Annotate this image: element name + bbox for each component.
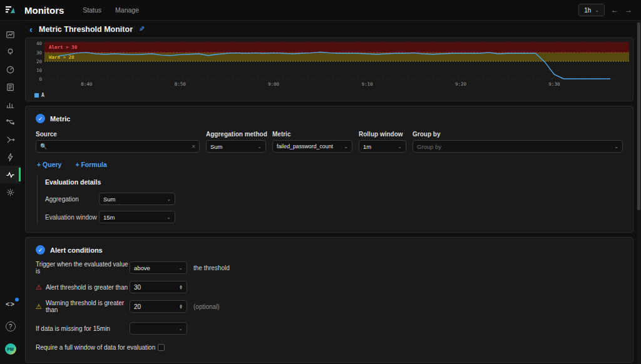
warning-threshold-input[interactable]: ▲▼ [130, 300, 187, 313]
chevron-down-icon: ⌄ [167, 196, 171, 202]
chevron-down-icon: ⌄ [614, 144, 618, 149]
scrollbar-thumb[interactable] [637, 23, 640, 210]
chevron-down-icon: ⌄ [178, 265, 183, 271]
eval-aggregation-select[interactable]: Sum ⌄ [99, 193, 175, 205]
eval-aggregation-label: Aggregation [45, 196, 99, 203]
metric-select[interactable]: failed_password_count ⌄ [272, 140, 352, 153]
metric-section: ✓ Metric Source 🔍 × Aggregation method S… [25, 106, 633, 233]
sidebar-item-profile[interactable]: PM [0, 340, 21, 358]
sidebar-item-settings[interactable] [0, 183, 21, 201]
dashboard-icon [6, 30, 15, 39]
sidebar-item-dashboards[interactable] [0, 26, 21, 43]
trigger-label: Trigger when the evaluated value is [36, 261, 130, 275]
sidebar-item-processors[interactable] [0, 131, 21, 148]
series-a-label[interactable]: A [41, 93, 44, 98]
trigger-select[interactable]: above ⌄ [130, 261, 187, 274]
chevron-down-icon: ⌄ [257, 144, 262, 149]
alert-threshold-label: Alert threshold is greater than [46, 284, 128, 291]
top-nav: Status Manage [83, 6, 139, 14]
chart-legend: A [28, 92, 628, 99]
metric-section-title: Metric [50, 115, 70, 123]
notification-dot [15, 298, 19, 301]
warning-threshold-value[interactable] [134, 303, 165, 310]
sidebar-item-metrics[interactable] [0, 96, 21, 113]
threshold-chart: 0102030408:408:509:009:109:209:30Alert >… [28, 40, 632, 89]
full-window-label: Require a full window of data for evalua… [36, 344, 155, 351]
alert-section-title: Alert conditions [50, 246, 103, 254]
sidebar-item-help[interactable]: ? [0, 318, 21, 335]
time-range-select[interactable]: 1h ⌄ [578, 4, 605, 16]
sidebar-item-insights[interactable] [0, 43, 21, 61]
source-search-input[interactable]: 🔍 × [36, 140, 200, 153]
check-circle-icon: ✓ [36, 114, 45, 123]
sidebar-item-monitors[interactable] [0, 166, 21, 183]
svg-text:8:40: 8:40 [81, 81, 93, 87]
threshold-chart-card: 0102030408:408:509:009:109:209:30Alert >… [25, 38, 633, 101]
chevron-down-icon: ⌄ [595, 8, 599, 13]
search-icon: 🔍 [40, 143, 47, 149]
lightbulb-icon [6, 48, 15, 57]
groupby-select[interactable]: Group by ⌄ [413, 140, 623, 153]
left-sidebar: <> ? PM [0, 21, 21, 364]
top-bar: Monitors Status Manage 1h ⌄ ← → [0, 0, 641, 21]
rollup-window-select[interactable]: 1m ⌄ [359, 140, 406, 153]
nav-status[interactable]: Status [83, 6, 101, 14]
code-brackets-icon: <> [6, 300, 15, 308]
logs-icon [6, 83, 15, 92]
full-window-checkbox[interactable] [158, 344, 165, 351]
series-a-swatch[interactable] [34, 93, 39, 98]
eval-window-select[interactable]: 15m ⌄ [99, 211, 175, 223]
nav-manage[interactable]: Manage [115, 6, 139, 14]
sidebar-item-actions[interactable] [0, 148, 21, 166]
missing-data-select[interactable]: ⌄ [130, 322, 187, 335]
metric-value: failed_password_count [277, 143, 333, 149]
svg-text:10: 10 [36, 68, 43, 73]
main-content: ‹ Metric Threshold Monitor ✎ 0102030408:… [21, 21, 641, 364]
help-icon: ? [6, 321, 16, 331]
scrollbar [637, 21, 641, 364]
svg-text:9:30: 9:30 [548, 81, 560, 87]
chevron-down-icon: ⌄ [178, 326, 183, 331]
edit-pencil-icon[interactable]: ✎ [139, 25, 145, 33]
add-formula-button[interactable]: + Formula [75, 161, 106, 168]
pipeline-icon [6, 118, 15, 127]
time-back-icon[interactable]: ← [611, 6, 618, 14]
activity-pulse-icon [6, 170, 15, 179]
svg-text:9:20: 9:20 [455, 81, 467, 87]
sidebar-item-api[interactable]: <> [0, 295, 21, 313]
edgedelta-logo-icon[interactable] [0, 5, 21, 15]
stepper-icons[interactable]: ▲▼ [179, 285, 183, 290]
lightning-icon [6, 153, 15, 162]
warning-threshold-label: Warning threshold is greater than [46, 300, 130, 313]
eval-window-label: Evaluation window [45, 214, 99, 221]
sidebar-item-gauges[interactable] [0, 61, 21, 78]
chevron-down-icon: ⌄ [397, 144, 402, 149]
alert-threshold-input[interactable]: ▲▼ [130, 281, 187, 293]
back-button[interactable]: ‹ [29, 24, 33, 34]
svg-text:40: 40 [36, 41, 43, 46]
bar-chart-icon [6, 100, 15, 109]
eval-window-value: 15m [103, 214, 115, 221]
split-icon [6, 135, 15, 144]
metric-label: Metric [272, 131, 352, 138]
clear-icon[interactable]: × [192, 143, 195, 150]
alert-triangle-icon: ⚠ [36, 283, 42, 291]
add-query-button[interactable]: + Query [37, 161, 61, 168]
time-range-value: 1h [584, 7, 591, 14]
stepper-icons[interactable]: ▲▼ [179, 304, 183, 309]
app-title: Monitors [24, 5, 64, 16]
groupby-placeholder: Group by [417, 143, 441, 150]
gauge-icon [6, 65, 15, 74]
trigger-suffix: the threshold [193, 265, 230, 271]
evaluation-details-title: Evaluation details [45, 178, 101, 186]
alert-threshold-value[interactable] [134, 284, 165, 291]
aggregation-method-value: Sum [210, 143, 223, 150]
sidebar-item-pipelines[interactable] [0, 113, 21, 131]
eval-aggregation-value: Sum [103, 196, 116, 203]
svg-text:0: 0 [39, 76, 42, 82]
sidebar-item-logs[interactable] [0, 78, 21, 96]
time-forward-icon[interactable]: → [625, 6, 632, 14]
avatar: PM [5, 343, 16, 355]
svg-text:20: 20 [36, 59, 43, 64]
aggregation-method-select[interactable]: Sum ⌄ [206, 140, 266, 153]
